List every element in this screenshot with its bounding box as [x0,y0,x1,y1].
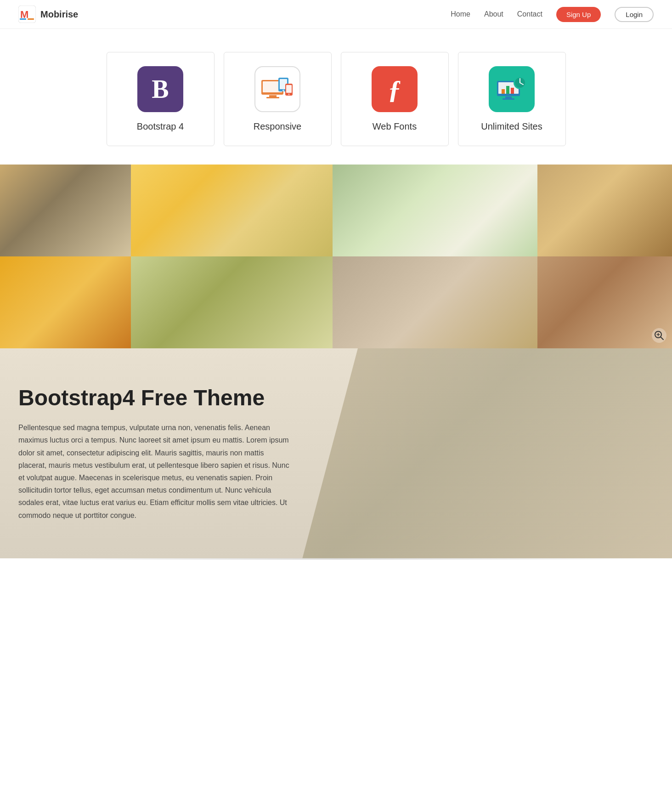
photo-6 [131,256,333,348]
content-inner: Bootstrap4 Free Theme Pellentesque sed m… [18,385,294,522]
feature-card-bootstrap: B Bootstrap 4 [107,52,215,146]
feature-icon-wrap-responsive [233,66,322,112]
photo-cell-4 [537,165,672,256]
feature-title-webfonts: Web Fonts [350,121,439,132]
photo-cell-5 [0,256,131,348]
feature-card-responsive: Responsive [224,52,332,146]
photo-3 [333,165,537,256]
photo-grid [0,165,672,348]
zoom-search-icon [654,330,664,341]
photo-cell-8 [537,256,672,348]
photo-7 [333,256,537,348]
svg-rect-7 [266,97,279,98]
feature-title-unlimited: Unlimited Sites [468,121,556,132]
nav-links: Home About Contact Sign Up Login [451,7,654,22]
svg-rect-20 [503,98,514,100]
features-grid: B Bootstrap 4 [107,52,566,146]
unlimited-icon [489,66,535,112]
content-section: Bootstrap4 Free Theme Pellentesque sed m… [0,348,672,558]
feature-title-responsive: Responsive [233,121,322,132]
unlimited-svg [493,71,530,108]
feature-icon-wrap-bootstrap: B [116,66,205,112]
feature-icon-wrap-webfonts: ƒ [350,66,439,112]
content-body: Pellentesque sed magna tempus, vulputate… [18,421,294,522]
photo-4 [537,165,672,256]
svg-rect-18 [511,88,514,94]
nav-link-about[interactable]: About [484,10,503,18]
zoom-icon[interactable] [652,328,666,343]
svg-rect-17 [506,86,509,94]
nav-link-home[interactable]: Home [451,10,470,18]
feature-card-unlimited: Unlimited Sites [458,52,566,146]
nav-link-contact[interactable]: Contact [517,10,542,18]
brand-logo[interactable]: M Mobirise [18,6,78,23]
login-button[interactable]: Login [615,7,654,22]
svg-rect-3 [28,18,34,20]
photo-cell-1 [0,165,131,256]
bootstrap-icon: B [137,66,183,112]
svg-point-13 [288,94,290,95]
photo-cell-2 [131,165,333,256]
photo-cell-3 [333,165,537,256]
photo-5 [0,256,131,348]
feature-title-bootstrap: Bootstrap 4 [116,121,205,132]
photo-cell-6 [131,256,333,348]
svg-rect-6 [269,95,277,97]
svg-rect-19 [505,97,512,98]
mobirise-logo-icon: M [18,6,36,23]
features-section: B Bootstrap 4 [0,29,672,165]
photo-1 [0,165,131,256]
content-title: Bootstrap4 Free Theme [18,385,294,410]
webfonts-icon: ƒ [372,66,418,112]
photo-2 [131,165,333,256]
svg-rect-12 [286,85,292,93]
svg-line-26 [661,337,663,340]
responsive-icon [254,66,300,112]
svg-rect-2 [20,18,26,20]
feature-card-webfonts: ƒ Web Fonts [341,52,449,146]
devices-svg [259,71,296,108]
navbar: M Mobirise Home About Contact Sign Up Lo… [0,0,672,29]
svg-rect-16 [502,89,505,94]
bottom-divider [18,558,654,560]
content-bg-decoration [302,348,672,558]
feature-icon-wrap-unlimited [468,66,556,112]
photo-cell-7 [333,256,537,348]
signup-button[interactable]: Sign Up [556,7,601,22]
svg-point-10 [282,90,284,91]
brand-name-label: Mobirise [40,9,78,20]
